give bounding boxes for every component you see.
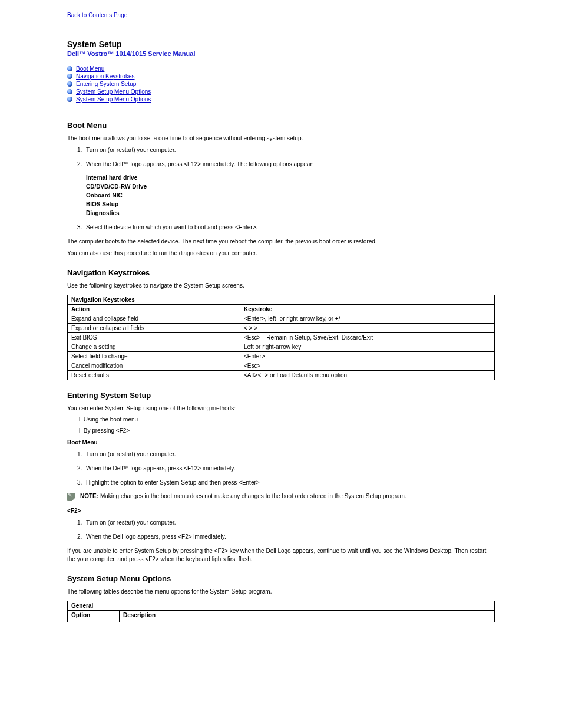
page-title: System Setup <box>67 39 495 49</box>
divider <box>67 110 495 110</box>
cell: Expand or collapse all fields <box>68 324 240 333</box>
ordered-list: Turn on (or restart) your computer. When… <box>67 450 495 487</box>
toc-link[interactable]: Entering System Setup <box>76 81 136 87</box>
boot-option: CD/DVD/CD-RW Drive <box>86 182 495 191</box>
list-item: Highlight the option to enter System Set… <box>84 479 495 487</box>
list-item: Navigation Keystrokes <box>67 73 495 81</box>
cell: Select field to change <box>68 352 240 361</box>
boot-option: Onboard NIC <box>86 191 495 200</box>
list-item: Entering System Setup <box>67 81 495 88</box>
bullet-icon <box>67 81 72 87</box>
cell <box>120 620 495 623</box>
section-heading-menu: System Setup Menu Options <box>67 574 495 583</box>
table-row: ActionKeystroke <box>68 305 495 314</box>
toc-link[interactable]: Navigation Keystrokes <box>76 73 135 80</box>
back-to-contents-link[interactable]: Back to Contents Page <box>67 12 127 18</box>
list-item: l Using the boot menu <box>79 416 495 423</box>
table-row <box>68 620 495 623</box>
section-heading-enter: Entering System Setup <box>67 391 495 400</box>
nav-keystrokes-table: Navigation Keystrokes ActionKeystroke Ex… <box>67 295 495 380</box>
cell: Action <box>68 305 240 314</box>
cell: < > > <box>240 324 495 333</box>
general-table: General Option Description <box>67 601 495 622</box>
toc-link[interactable]: Boot Menu <box>76 65 104 72</box>
table-row: Change a settingLeft or right-arrow key <box>68 342 495 352</box>
note-text: NOTE: Making changes in the boot menu do… <box>80 493 406 499</box>
subsection-heading: Boot Menu <box>67 439 495 447</box>
toc-link[interactable]: System Setup Menu Options <box>76 88 151 95</box>
boot-option: BIOS Setup <box>86 200 495 209</box>
list-item: When the Dell logo appears, press <F2> i… <box>84 533 495 541</box>
table-row: Cancel modification<Esc> <box>68 361 495 371</box>
table-header: Navigation Keystrokes <box>68 295 495 305</box>
table-row: Expand and collapse field<Enter>, left- … <box>68 314 495 324</box>
table-row: Exit BIOS<Esc>—Remain in Setup, Save/Exi… <box>68 333 495 342</box>
ordered-list: Turn on (or restart) your computer. When… <box>67 519 495 541</box>
list-item: Turn on (or restart) your computer. <box>84 146 495 154</box>
cell: Reset defaults <box>68 371 240 380</box>
boot-option: Diagnostics <box>86 209 495 218</box>
bullet-icon <box>67 97 72 102</box>
boot-option: Internal hard drive <box>86 173 495 182</box>
toc-link[interactable]: System Setup Menu Options <box>76 96 151 103</box>
bullet-icon <box>67 74 72 79</box>
boot-options-block: Internal hard drive CD/DVD/CD-RW Drive O… <box>86 173 495 218</box>
cell: Change a setting <box>68 342 240 352</box>
table-header: General <box>68 601 495 611</box>
cell: Cancel modification <box>68 361 240 371</box>
ordered-list: Turn on (or restart) your computer. When… <box>67 146 495 232</box>
list-item: Select the device from which you want to… <box>84 223 495 232</box>
cell: Left or right-arrow key <box>240 342 495 352</box>
list-item: When the Dell™ logo appears, press <F12>… <box>84 465 495 473</box>
cell: Exit BIOS <box>68 333 240 342</box>
paragraph: If you are unable to enter System Setup … <box>67 547 495 564</box>
cell: <Esc>—Remain in Setup, Save/Exit, Discar… <box>240 333 495 342</box>
pencil-note-icon <box>67 493 75 501</box>
paragraph: The following tables describe the menu o… <box>67 588 495 596</box>
table-row: Expand or collapse all fields< > > <box>68 324 495 333</box>
section-heading-bootmenu: Boot Menu <box>67 121 495 130</box>
list-item: System Setup Menu Options <box>67 96 495 104</box>
list-item: Boot Menu <box>67 65 495 73</box>
table-row: Reset defaults<Alt><F> or Load Defaults … <box>68 371 495 380</box>
paragraph: Use the following keystrokes to navigate… <box>67 282 495 290</box>
note-block: NOTE: Making changes in the boot menu do… <box>67 493 495 501</box>
cell: <Esc> <box>240 361 495 371</box>
subsection-heading: <F2> <box>67 507 495 515</box>
table-row: Select field to change<Enter> <box>68 352 495 361</box>
cell: <Enter>, left- or right-arrow key, or +/… <box>240 314 495 324</box>
section-heading-nav: Navigation Keystrokes <box>67 268 495 277</box>
bullet-icon <box>67 66 72 71</box>
cell: Option <box>68 611 120 620</box>
bullet-icon <box>67 89 72 94</box>
paragraph: The computer boots to the selected devic… <box>67 238 495 246</box>
cell: Keystroke <box>240 305 495 314</box>
cell: <Enter> <box>240 352 495 361</box>
list-item: l By pressing <F2> <box>79 427 495 434</box>
list-item: System Setup Menu Options <box>67 88 495 96</box>
list-item: When the Dell™ logo appears, press <F12>… <box>84 160 495 218</box>
cell <box>68 620 120 623</box>
list-item: Turn on (or restart) your computer. <box>84 519 495 527</box>
toc-list: Boot Menu Navigation Keystrokes Entering… <box>67 65 495 104</box>
table-row: Option Description <box>68 611 495 620</box>
cell: Expand and collapse field <box>68 314 240 324</box>
paragraph: The boot menu allows you to set a one-ti… <box>67 134 495 143</box>
cell: Description <box>120 611 495 620</box>
paragraph: You can enter System Setup using one of … <box>67 404 495 413</box>
paragraph: You can also use this procedure to run t… <box>67 249 495 258</box>
list-item: Turn on (or restart) your computer. <box>84 450 495 459</box>
step-text: When the Dell™ logo appears, press <F12>… <box>86 161 314 167</box>
cell: <Alt><F> or Load Defaults menu option <box>240 371 495 380</box>
bullet-list: l Using the boot menu l By pressing <F2> <box>67 416 495 434</box>
page-subtitle: Dell™ Vostro™ 1014/1015 Service Manual <box>67 50 495 57</box>
